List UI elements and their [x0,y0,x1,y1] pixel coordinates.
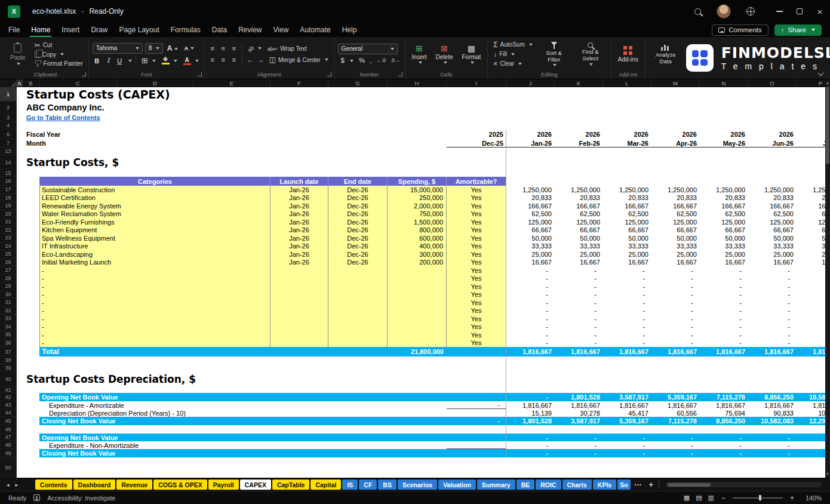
cell[interactable]: - [603,331,651,339]
cell[interactable] [17,347,23,357]
cell[interactable] [23,409,39,417]
section-heading[interactable]: Startup Costs, $ [23,155,506,170]
cell[interactable] [17,275,23,283]
cell-amortizable[interactable]: Yes [447,186,506,194]
cell[interactable]: - [603,299,651,307]
cell-category[interactable]: Eco-Landscaping [39,250,270,259]
row-header[interactable]: 2 [0,102,17,113]
cell[interactable] [328,347,388,357]
cell[interactable]: 62,500 [700,210,748,219]
cell[interactable] [23,202,39,210]
cell[interactable]: - [506,393,555,401]
total-spending[interactable]: 21,800,000 [388,347,447,357]
cell[interactable]: - [700,434,748,441]
vertical-scrollbar[interactable] [825,79,830,478]
cell[interactable]: 1,250,000 [603,186,651,194]
cell-end-date[interactable] [328,275,388,283]
cell[interactable]: 1,250,000 [748,186,797,194]
vertical-scrollbar-thumb[interactable] [826,87,829,164]
sheet-tab-cf[interactable]: CF [359,480,377,490]
cell[interactable]: 66,667 [651,226,700,235]
spreadsheet-grid[interactable]: 1Startup Costs (CAPEX)2ABC Company Inc.3… [0,87,825,478]
cell[interactable]: - [651,315,700,323]
cell[interactable] [17,409,23,417]
row-header[interactable]: 31 [0,299,17,307]
cell-spending[interactable] [388,307,447,315]
cell-launch-date[interactable] [270,282,328,291]
cell-spending[interactable] [388,323,447,331]
cell-spending[interactable]: 300,000 [388,250,447,259]
cell[interactable]: 62,500 [797,210,825,219]
cell[interactable]: 3,587,917 [603,393,651,401]
cell[interactable]: - [555,339,603,348]
cell[interactable]: - [700,299,748,307]
cell[interactable]: 25,000 [797,250,825,259]
cell-company-name[interactable]: ABC Company Inc. [23,102,506,113]
cell[interactable]: 16,667 [748,259,797,267]
cell-category[interactable]: - [39,315,270,323]
cell[interactable]: 20,833 [700,194,748,202]
cell[interactable]: 1,816,667 [700,401,748,409]
cell[interactable]: Apr-26 [651,139,700,147]
table-header-launch-date[interactable]: Launch date [270,177,328,186]
cell[interactable]: - [651,441,700,449]
cell[interactable] [17,291,23,299]
cell-sheet-title[interactable]: Startup Costs (CAPEX) [23,87,506,102]
cell-amortizable[interactable]: Yes [447,315,506,323]
next-sheet-button[interactable]: ▸ [13,482,21,488]
cell[interactable]: 125,000 [797,218,825,226]
cell-launch-date[interactable] [270,331,328,339]
cell[interactable]: 1,801,528 [555,393,603,401]
row-header[interactable]: 23 [0,234,17,242]
cell[interactable]: 62,500 [651,210,700,219]
cell[interactable]: 50,000 [651,234,700,242]
cell-end-date[interactable] [328,323,388,331]
sheet-tab-bs[interactable]: BS [378,480,396,490]
row-header[interactable]: 24 [0,242,17,251]
cell[interactable]: - [651,339,700,348]
column-header-A[interactable]: A [17,79,23,87]
cell[interactable]: 33,333 [555,242,603,251]
menu-item-review[interactable]: Review [238,23,262,37]
cell-spending[interactable]: 800,000 [388,226,447,235]
cell[interactable]: 10,582,083 [797,393,825,401]
increase-font-size-button[interactable]: A [165,44,180,53]
cell-spending[interactable]: 750,000 [388,210,447,219]
cell[interactable]: 2026 [555,130,603,139]
cell[interactable] [17,194,23,202]
cell[interactable]: - [797,307,825,315]
cell[interactable]: - [651,449,700,457]
cell-amortizable[interactable]: Yes [447,331,506,339]
row-header[interactable]: 7 [0,139,17,147]
bold-button[interactable]: B [93,56,102,66]
cell[interactable]: - [603,449,651,457]
zoom-slider-thumb[interactable] [759,495,761,500]
cell[interactable]: Mar-26 [603,139,651,147]
sheet-tab-captable[interactable]: CapTable [272,480,309,490]
band-label[interactable]: Opening Net Book Value [39,434,447,441]
cell[interactable]: - [700,291,748,299]
cell[interactable]: - [797,275,825,283]
cell[interactable] [17,113,23,122]
cell[interactable] [23,393,39,401]
delete-cells-button[interactable]: Delete [433,43,456,65]
row-header[interactable]: 42 [0,393,17,401]
row-header[interactable]: 34 [0,323,17,331]
cell[interactable]: - [506,282,555,291]
cell[interactable]: 166,667 [797,202,825,210]
total-label[interactable]: Total [39,347,270,357]
column-header-E[interactable]: E [193,79,270,87]
avatar[interactable] [717,4,731,19]
cell[interactable]: - [748,315,797,323]
cell[interactable]: - [651,331,700,339]
cell-launch-date[interactable]: Jan-26 [270,226,328,235]
row-header[interactable]: 33 [0,315,17,323]
font-size-select[interactable]: 8 [145,43,163,54]
cell[interactable]: - [797,291,825,299]
number-format-select[interactable]: General [338,44,398,54]
cell[interactable]: - [700,282,748,291]
cell[interactable]: 16,667 [555,259,603,267]
cell[interactable]: 66,667 [797,226,825,235]
sheet-tab-be[interactable]: BE [517,480,535,490]
cell[interactable]: 20,833 [797,194,825,202]
